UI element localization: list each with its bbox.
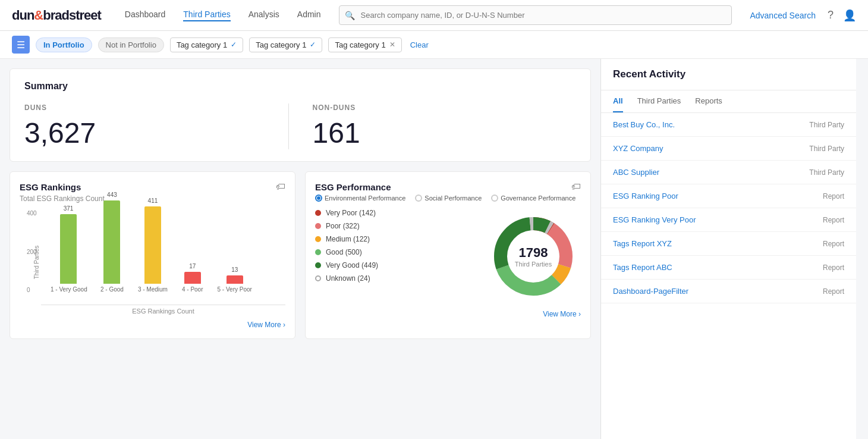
- bar-2: 443 2 - Good: [100, 192, 124, 293]
- activity-type-2: Third Party: [809, 168, 844, 177]
- legend-poor-label: Poor (322): [326, 222, 360, 230]
- bar-4-top-label: 17: [189, 263, 196, 269]
- sidebar-title: Recent Activity: [613, 68, 844, 80]
- nav-links: Dashboard Third Parties Analysis Admin: [125, 10, 321, 21]
- esg-performance-view-more: View More ›: [315, 309, 581, 318]
- esg-performance-tag-icon[interactable]: 🏷: [571, 181, 581, 192]
- duns-metric: DUNS 3,627: [24, 104, 288, 149]
- tag-filter-1-label: Tag category 1: [177, 40, 227, 49]
- bar-3-bottom-label: 3 - Medium: [138, 286, 168, 293]
- activity-name-0[interactable]: Best Buy Co., Inc.: [613, 120, 675, 129]
- logo-ampersand: &: [34, 8, 43, 23]
- esg-rankings-view-more-link[interactable]: View More ›: [247, 321, 285, 329]
- radio-governance[interactable]: Governance Performance: [491, 195, 575, 202]
- activity-type-3: Report: [823, 192, 844, 200]
- esg-performance-card: ESG Performance 🏷 Environmental Performa…: [305, 171, 591, 339]
- legend-good-dot: [315, 249, 321, 255]
- summary-title: Summary: [24, 81, 576, 92]
- activity-type-4: Report: [823, 216, 844, 224]
- activity-name-6[interactable]: Tags Report ABC: [613, 263, 672, 272]
- radio-social[interactable]: Social Performance: [415, 195, 482, 202]
- legend-unknown-label: Unknown (24): [326, 274, 370, 283]
- bar-3: 411 3 - Medium: [138, 197, 168, 293]
- activity-name-1[interactable]: XYZ Company: [613, 144, 663, 153]
- radio-environmental[interactable]: Environmental Performance: [315, 195, 405, 202]
- tag-filter-2-label: Tag category 1: [256, 40, 306, 49]
- bar-1-top-label: 371: [64, 205, 74, 212]
- nav-dashboard[interactable]: Dashboard: [125, 10, 166, 21]
- performance-radio-row: Environmental Performance Social Perform…: [315, 195, 581, 202]
- legend-medium-label: Medium (122): [326, 235, 370, 243]
- tab-reports[interactable]: Reports: [695, 90, 722, 112]
- donut-center-text: 1798 Third Parties: [515, 245, 552, 268]
- legend-very-poor-dot: [315, 210, 321, 216]
- duns-value: 3,627: [24, 117, 276, 149]
- activity-item-7: Dashboard-PageFilter Report: [601, 280, 856, 303]
- radio-social-label: Social Performance: [424, 195, 482, 202]
- radio-governance-label: Governance Performance: [501, 195, 575, 202]
- tab-third-parties[interactable]: Third Parties: [637, 90, 681, 112]
- activity-name-7[interactable]: Dashboard-PageFilter: [613, 287, 688, 296]
- tag-filter-3-close-icon[interactable]: ✕: [389, 40, 395, 49]
- clear-filters-button[interactable]: Clear: [410, 40, 429, 49]
- radio-environmental-dot: [315, 195, 322, 202]
- y-label-0: 0: [27, 287, 37, 293]
- activity-type-5: Report: [823, 240, 844, 248]
- bar-5-bottom-label: 5 - Very Poor: [218, 286, 252, 293]
- esg-rankings-tag-icon[interactable]: 🏷: [276, 181, 285, 192]
- performance-legend: Very Poor (142) Poor (322) Medium (122): [315, 209, 476, 304]
- logo: dun&bradstreet: [12, 8, 101, 23]
- tag-filter-2[interactable]: Tag category 1 ✓: [249, 37, 322, 52]
- bar-5: 13 5 - Very Poor: [218, 266, 252, 293]
- content-area: Summary DUNS 3,627 NON-DUNS 161 ESG Rank…: [0, 59, 600, 439]
- activity-type-6: Report: [823, 264, 844, 272]
- bar-4: 17 4 - Poor: [182, 263, 203, 293]
- not-in-portfolio-filter[interactable]: Not in Portfolio: [98, 37, 164, 52]
- bar-3-top-label: 411: [148, 197, 158, 204]
- donut-value: 1798: [515, 245, 552, 261]
- non-duns-label: NON-DUNS: [313, 104, 565, 112]
- tab-all[interactable]: All: [613, 90, 623, 112]
- legend-medium: Medium (122): [315, 235, 476, 243]
- bar-2-bar: [103, 200, 120, 284]
- filter-bar: ☰ In Portfolio Not in Portfolio Tag cate…: [0, 31, 868, 59]
- activity-name-3[interactable]: ESG Ranking Poor: [613, 192, 678, 200]
- nav-analysis[interactable]: Analysis: [249, 10, 279, 21]
- search-container: 🔍: [339, 5, 732, 25]
- bar-5-bar: [227, 275, 243, 284]
- esg-rankings-card: ESG Rankings 🏷 Total ESG Rankings Count …: [10, 171, 295, 339]
- user-icon[interactable]: 👤: [843, 9, 856, 22]
- legend-poor: Poor (322): [315, 222, 476, 230]
- performance-content: Very Poor (142) Poor (322) Medium (122): [315, 209, 581, 304]
- search-input[interactable]: [339, 5, 732, 25]
- filter-toggle-button[interactable]: ☰: [12, 36, 30, 54]
- esg-performance-title: ESG Performance: [315, 182, 391, 192]
- tag-filter-3[interactable]: Tag category 1 ✕: [328, 37, 401, 52]
- legend-good-label: Good (500): [326, 248, 362, 256]
- nav-admin[interactable]: Admin: [297, 10, 321, 21]
- bar-5-top-label: 13: [231, 266, 238, 273]
- esg-rankings-title: ESG Rankings: [20, 182, 81, 192]
- advanced-search-link[interactable]: Advanced Search: [750, 11, 816, 20]
- radio-governance-dot: [491, 195, 498, 202]
- bar-1: 371 1 - Very Good: [51, 205, 86, 293]
- legend-good: Good (500): [315, 248, 476, 256]
- tag-filter-1[interactable]: Tag category 1 ✓: [170, 37, 243, 52]
- nav-action-icons: ? 👤: [828, 9, 856, 22]
- in-portfolio-filter[interactable]: In Portfolio: [36, 37, 92, 52]
- x-axis-label: ESG Rankings Count: [41, 308, 285, 315]
- esg-performance-view-more-link[interactable]: View More ›: [543, 310, 581, 318]
- recent-activity-sidebar: Recent Activity All Third Parties Report…: [600, 59, 856, 439]
- legend-very-good-label: Very Good (449): [326, 261, 378, 269]
- activity-type-7: Report: [823, 287, 844, 296]
- esg-performance-header: ESG Performance 🏷: [315, 181, 581, 192]
- summary-metrics: DUNS 3,627 NON-DUNS 161: [24, 104, 576, 149]
- nav-third-parties[interactable]: Third Parties: [183, 10, 230, 21]
- activity-name-2[interactable]: ABC Supplier: [613, 168, 659, 177]
- bar-chart: 371 1 - Very Good 443 2 - Good 411: [41, 210, 285, 305]
- legend-very-poor: Very Poor (142): [315, 209, 476, 217]
- activity-name-5[interactable]: Tags Report XYZ: [613, 239, 672, 248]
- activity-name-4[interactable]: ESG Ranking Very Poor: [613, 215, 696, 224]
- activity-item-2: ABC Supplier Third Party: [601, 161, 856, 184]
- help-icon[interactable]: ?: [828, 9, 834, 21]
